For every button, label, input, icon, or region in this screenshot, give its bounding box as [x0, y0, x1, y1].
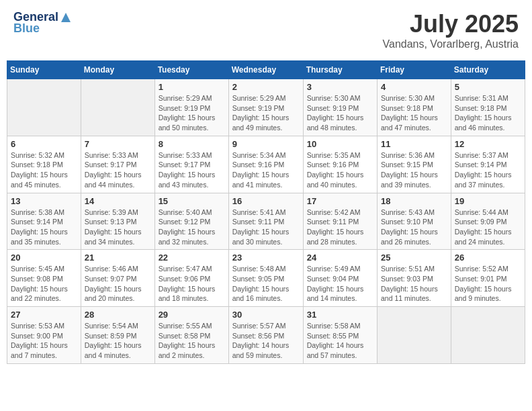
day-info: Sunrise: 5:42 AM Sunset: 9:11 PM Dayligh… [307, 208, 373, 247]
calendar-cell: 10Sunrise: 5:35 AM Sunset: 9:16 PM Dayli… [303, 136, 377, 193]
calendar-cell [378, 307, 451, 364]
calendar-cell: 8Sunrise: 5:33 AM Sunset: 9:17 PM Daylig… [154, 136, 228, 193]
day-info: Sunrise: 5:46 AM Sunset: 9:07 PM Dayligh… [85, 264, 151, 304]
day-info: Sunrise: 5:29 AM Sunset: 9:19 PM Dayligh… [159, 93, 225, 133]
day-info: Sunrise: 5:47 AM Sunset: 9:06 PM Dayligh… [159, 264, 225, 304]
day-number: 21 [85, 253, 151, 263]
calendar-cell: 30Sunrise: 5:57 AM Sunset: 8:56 PM Dayli… [228, 307, 303, 364]
calendar-week-row: 20Sunrise: 5:45 AM Sunset: 9:08 PM Dayli… [7, 250, 525, 307]
weekday-header-cell: Friday [378, 61, 451, 79]
calendar-cell: 20Sunrise: 5:45 AM Sunset: 9:08 PM Dayli… [7, 250, 81, 307]
day-number: 25 [381, 253, 447, 263]
calendar-cell: 26Sunrise: 5:52 AM Sunset: 9:01 PM Dayli… [451, 250, 525, 307]
calendar-cell: 5Sunrise: 5:31 AM Sunset: 9:18 PM Daylig… [451, 79, 525, 136]
day-info: Sunrise: 5:49 AM Sunset: 9:04 PM Dayligh… [307, 264, 373, 304]
calendar-cell: 31Sunrise: 5:58 AM Sunset: 8:55 PM Dayli… [303, 307, 377, 364]
day-info: Sunrise: 5:35 AM Sunset: 9:16 PM Dayligh… [307, 150, 373, 190]
day-number: 27 [11, 310, 77, 320]
day-info: Sunrise: 5:38 AM Sunset: 9:14 PM Dayligh… [11, 208, 77, 247]
day-number: 10 [307, 139, 373, 149]
day-info: Sunrise: 5:37 AM Sunset: 9:14 PM Dayligh… [455, 150, 521, 190]
day-number: 19 [455, 196, 521, 206]
weekday-header-cell: Sunday [7, 61, 81, 79]
day-number: 20 [11, 253, 77, 263]
day-info: Sunrise: 5:32 AM Sunset: 9:18 PM Dayligh… [11, 150, 77, 190]
day-info: Sunrise: 5:55 AM Sunset: 8:58 PM Dayligh… [159, 321, 225, 361]
day-number: 29 [159, 310, 225, 320]
day-info: Sunrise: 5:41 AM Sunset: 9:11 PM Dayligh… [232, 208, 300, 247]
day-info: Sunrise: 5:30 AM Sunset: 9:19 PM Dayligh… [307, 93, 373, 133]
calendar-cell: 1Sunrise: 5:29 AM Sunset: 9:19 PM Daylig… [154, 79, 228, 136]
day-info: Sunrise: 5:54 AM Sunset: 8:59 PM Dayligh… [85, 321, 151, 361]
page-header: General Blue July 2025 Vandans, Vorarlbe… [7, 7, 525, 54]
day-info: Sunrise: 5:51 AM Sunset: 9:03 PM Dayligh… [381, 264, 447, 304]
calendar-cell: 13Sunrise: 5:38 AM Sunset: 9:14 PM Dayli… [7, 193, 81, 250]
day-info: Sunrise: 5:58 AM Sunset: 8:55 PM Dayligh… [307, 321, 373, 361]
day-info: Sunrise: 5:57 AM Sunset: 8:56 PM Dayligh… [232, 321, 300, 361]
calendar-table: SundayMondayTuesdayWednesdayThursdayFrid… [7, 60, 525, 364]
day-info: Sunrise: 5:44 AM Sunset: 9:09 PM Dayligh… [455, 208, 521, 247]
logo: General Blue [13, 10, 72, 36]
day-info: Sunrise: 5:43 AM Sunset: 9:10 PM Dayligh… [381, 208, 447, 247]
day-number: 5 [455, 82, 521, 92]
day-number: 9 [232, 139, 300, 149]
day-info: Sunrise: 5:39 AM Sunset: 9:13 PM Dayligh… [85, 208, 151, 247]
day-info: Sunrise: 5:45 AM Sunset: 9:08 PM Dayligh… [11, 264, 77, 304]
calendar-week-row: 6Sunrise: 5:32 AM Sunset: 9:18 PM Daylig… [7, 136, 525, 193]
location-subtitle: Vandans, Vorarlberg, Austria [383, 38, 519, 50]
calendar-cell: 2Sunrise: 5:29 AM Sunset: 9:19 PM Daylig… [228, 79, 303, 136]
day-number: 12 [455, 139, 521, 149]
day-info: Sunrise: 5:33 AM Sunset: 9:17 PM Dayligh… [85, 150, 151, 190]
day-number: 26 [455, 253, 521, 263]
day-number: 6 [11, 139, 77, 149]
calendar-cell: 7Sunrise: 5:33 AM Sunset: 9:17 PM Daylig… [81, 136, 154, 193]
calendar-cell: 11Sunrise: 5:36 AM Sunset: 9:15 PM Dayli… [378, 136, 451, 193]
calendar-cell: 12Sunrise: 5:37 AM Sunset: 9:14 PM Dayli… [451, 136, 525, 193]
calendar-cell: 18Sunrise: 5:43 AM Sunset: 9:10 PM Dayli… [378, 193, 451, 250]
title-block: July 2025 Vandans, Vorarlberg, Austria [383, 10, 519, 50]
calendar-body: 1Sunrise: 5:29 AM Sunset: 9:19 PM Daylig… [7, 79, 525, 364]
day-number: 16 [232, 196, 300, 206]
day-number: 13 [11, 196, 77, 206]
day-number: 4 [381, 82, 447, 92]
calendar-cell: 19Sunrise: 5:44 AM Sunset: 9:09 PM Dayli… [451, 193, 525, 250]
day-number: 28 [85, 310, 151, 320]
calendar-cell: 9Sunrise: 5:34 AM Sunset: 9:16 PM Daylig… [228, 136, 303, 193]
day-number: 24 [307, 253, 373, 263]
day-info: Sunrise: 5:34 AM Sunset: 9:16 PM Dayligh… [232, 150, 300, 190]
day-info: Sunrise: 5:53 AM Sunset: 9:00 PM Dayligh… [11, 321, 77, 361]
day-number: 15 [159, 196, 225, 206]
svg-marker-0 [61, 13, 71, 22]
calendar-week-row: 27Sunrise: 5:53 AM Sunset: 9:00 PM Dayli… [7, 307, 525, 364]
calendar-cell: 17Sunrise: 5:42 AM Sunset: 9:11 PM Dayli… [303, 193, 377, 250]
weekday-header-cell: Thursday [303, 61, 377, 79]
calendar-cell: 4Sunrise: 5:30 AM Sunset: 9:18 PM Daylig… [378, 79, 451, 136]
day-info: Sunrise: 5:33 AM Sunset: 9:17 PM Dayligh… [159, 150, 225, 190]
month-year-title: July 2025 [383, 10, 519, 38]
calendar-cell: 28Sunrise: 5:54 AM Sunset: 8:59 PM Dayli… [81, 307, 154, 364]
day-number: 23 [232, 253, 300, 263]
calendar-week-row: 13Sunrise: 5:38 AM Sunset: 9:14 PM Dayli… [7, 193, 525, 250]
calendar-cell: 16Sunrise: 5:41 AM Sunset: 9:11 PM Dayli… [228, 193, 303, 250]
logo-icon [60, 11, 72, 24]
weekday-header-cell: Wednesday [228, 61, 303, 79]
calendar-week-row: 1Sunrise: 5:29 AM Sunset: 9:19 PM Daylig… [7, 79, 525, 136]
calendar-cell: 23Sunrise: 5:48 AM Sunset: 9:05 PM Dayli… [228, 250, 303, 307]
calendar-cell: 3Sunrise: 5:30 AM Sunset: 9:19 PM Daylig… [303, 79, 377, 136]
day-number: 18 [381, 196, 447, 206]
day-info: Sunrise: 5:36 AM Sunset: 9:15 PM Dayligh… [381, 150, 447, 190]
weekday-header-cell: Monday [81, 61, 154, 79]
day-info: Sunrise: 5:29 AM Sunset: 9:19 PM Dayligh… [232, 93, 300, 133]
day-info: Sunrise: 5:52 AM Sunset: 9:01 PM Dayligh… [455, 264, 521, 304]
calendar-cell [81, 79, 154, 136]
day-number: 2 [232, 82, 300, 92]
day-info: Sunrise: 5:40 AM Sunset: 9:12 PM Dayligh… [159, 208, 225, 247]
calendar-cell: 6Sunrise: 5:32 AM Sunset: 9:18 PM Daylig… [7, 136, 81, 193]
weekday-header-cell: Tuesday [154, 61, 228, 79]
weekday-header-cell: Saturday [451, 61, 525, 79]
day-number: 14 [85, 196, 151, 206]
calendar-cell [451, 307, 525, 364]
calendar-cell: 24Sunrise: 5:49 AM Sunset: 9:04 PM Dayli… [303, 250, 377, 307]
weekday-header-row: SundayMondayTuesdayWednesdayThursdayFrid… [7, 61, 525, 79]
calendar-cell: 21Sunrise: 5:46 AM Sunset: 9:07 PM Dayli… [81, 250, 154, 307]
